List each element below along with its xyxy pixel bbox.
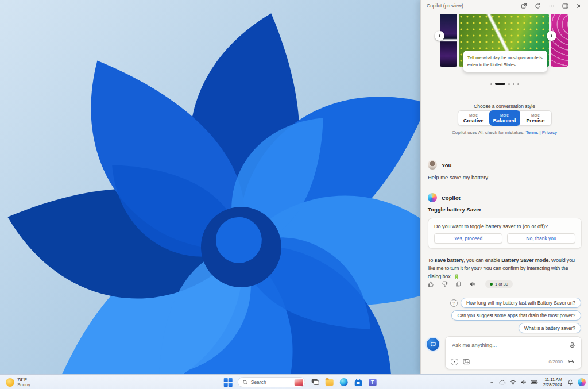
style-option-balanced-selected[interactable]: More Balanced — [489, 110, 520, 126]
composer-card: 0/2000 — [445, 336, 582, 369]
search-highlight-image — [295, 379, 303, 386]
user-name: You — [442, 162, 451, 168]
yes-proceed-button[interactable]: Yes, proceed — [434, 233, 502, 244]
volume-icon[interactable] — [520, 379, 527, 385]
weather-widget[interactable]: 78°F Sunny — [3, 375, 33, 389]
style-more-label: More — [469, 113, 478, 118]
style-option-precise[interactable]: More Precise — [520, 111, 551, 125]
prompt-highlight: Tell me — [467, 55, 482, 60]
carousel-dot-4[interactable] — [513, 83, 514, 85]
answer-segment: , you can enable — [463, 257, 501, 263]
clock[interactable]: 11:11 AM 2/28/2024 — [542, 377, 563, 387]
style-name-label: Creative — [463, 118, 484, 124]
microphone-icon[interactable] — [569, 342, 575, 349]
close-icon[interactable] — [576, 3, 582, 9]
desktop-wallpaper[interactable] — [0, 0, 420, 374]
carousel-pagination — [421, 83, 588, 85]
copilot-answer-text: To save battery, you can enable Battery … — [428, 256, 582, 280]
battery-saver-dialog-card: Do you want to toggle battery saver to (… — [428, 218, 582, 249]
start-button[interactable] — [223, 378, 233, 387]
answer-segment: To — [428, 257, 435, 263]
refresh-icon[interactable] — [535, 3, 541, 9]
sidebar-layout-icon[interactable] — [562, 3, 568, 9]
microsoft-store-button[interactable] — [354, 378, 363, 387]
style-chooser-heading: Choose a conversation style — [421, 103, 588, 109]
chevron-right-icon — [550, 34, 554, 38]
copilot-panel: Copilot (preview) Tell me what day the m… — [420, 0, 588, 374]
read-aloud-icon[interactable] — [469, 281, 475, 287]
carousel-dot-5[interactable] — [517, 83, 519, 85]
suggestion-chip-2[interactable]: Can you suggest some apps that drain the… — [451, 310, 581, 321]
ai-disclaimer: Copilot uses AI, check for mistakes. Ter… — [421, 130, 588, 135]
style-more-label: More — [531, 113, 540, 118]
file-explorer-button[interactable] — [325, 378, 334, 387]
copilot-avatar — [428, 193, 437, 202]
teams-button[interactable]: T — [368, 378, 377, 387]
copy-icon[interactable] — [455, 281, 462, 287]
edge-browser-button[interactable] — [339, 378, 349, 387]
screen: Copilot (preview) Tell me what day the m… — [0, 0, 588, 389]
style-name-label: Precise — [526, 118, 544, 124]
system-tray: 11:11 AM 2/28/2024 — [489, 375, 586, 389]
taskbar-search-box[interactable]: Search — [238, 377, 305, 387]
carousel-dot-1[interactable] — [490, 83, 492, 85]
disclaimer-separator: | — [539, 130, 540, 135]
send-icon[interactable] — [568, 359, 575, 365]
screenshot-icon[interactable] — [451, 359, 458, 365]
style-more-label: More — [500, 113, 509, 118]
suggestion-chip-3[interactable]: What is a battery saver? — [519, 323, 581, 333]
notification-bell-icon[interactable] — [567, 379, 574, 386]
carousel-dot-2-active[interactable] — [495, 83, 505, 85]
suggestion-row-2: Can you suggest some apps that drain the… — [451, 310, 581, 321]
message-divider — [465, 198, 582, 198]
carousel-prev-button[interactable] — [435, 31, 444, 41]
counter-text: 1 of 30 — [495, 282, 508, 287]
suggestion-row-1: ? How long will my battery last with Bat… — [450, 298, 581, 308]
chevron-left-icon — [438, 34, 442, 38]
panel-header: Copilot (preview) — [421, 0, 588, 11]
user-message-text: Help me save my battery — [428, 174, 582, 180]
new-topic-button[interactable] — [427, 338, 439, 351]
chevron-up-icon[interactable] — [489, 380, 494, 385]
panel-header-icons — [521, 3, 582, 9]
suggestion-info-icon[interactable]: ? — [450, 299, 458, 307]
onedrive-cloud-icon[interactable] — [498, 380, 506, 385]
carousel-prev-slide-thumbnail[interactable] — [440, 14, 457, 67]
feedback-toolbar: 1 of 30 — [428, 280, 513, 288]
task-view-button[interactable] — [311, 378, 320, 387]
carousel-dot-3[interactable] — [508, 83, 510, 85]
clock-date: 2/28/2024 — [543, 382, 562, 387]
thumbs-up-icon[interactable] — [428, 281, 434, 287]
wifi-icon[interactable] — [510, 380, 516, 385]
dialog-question: Do you want to toggle battery saver to (… — [434, 224, 575, 229]
battery-icon[interactable] — [531, 380, 538, 384]
more-options-icon[interactable] — [548, 3, 555, 9]
sun-icon — [6, 378, 14, 387]
counter-dot — [490, 283, 493, 286]
dialog-buttons: Yes, proceed No, thank you — [434, 233, 575, 244]
composer-bottom-bar: 0/2000 — [451, 359, 575, 365]
style-option-creative[interactable]: More Creative — [458, 111, 489, 125]
terms-link[interactable]: Terms — [525, 130, 538, 135]
folder-icon — [326, 379, 334, 386]
copilot-taskbar-icon[interactable] — [578, 378, 586, 386]
suggestion-chip-1[interactable]: How long will my battery last with Batte… — [461, 298, 581, 308]
carousel-next-button[interactable] — [547, 31, 556, 41]
add-image-icon[interactable] — [463, 359, 470, 365]
char-counter: 0/2000 — [549, 359, 563, 364]
no-thank-you-button[interactable]: No, thank you — [507, 233, 575, 244]
user-avatar — [428, 160, 437, 170]
teams-icon: T — [369, 379, 376, 386]
panel-title: Copilot (preview) — [427, 3, 463, 9]
thumbs-down-icon[interactable] — [442, 281, 448, 287]
user-message-header: You — [428, 160, 582, 170]
weather-temp: 78°F — [17, 377, 30, 382]
answer-bold-segment: save battery — [435, 257, 464, 263]
taskbar-center-icons: Search T — [223, 375, 377, 389]
ask-input[interactable] — [452, 342, 561, 348]
answer-bold-segment: Battery Saver mode — [501, 257, 548, 263]
open-in-new-window-icon[interactable] — [521, 3, 527, 9]
carousel-prompt-card[interactable]: Tell me what day the most guacamole is e… — [463, 51, 547, 72]
privacy-link[interactable]: Privacy — [542, 130, 557, 135]
clock-time: 11:11 AM — [544, 377, 562, 382]
